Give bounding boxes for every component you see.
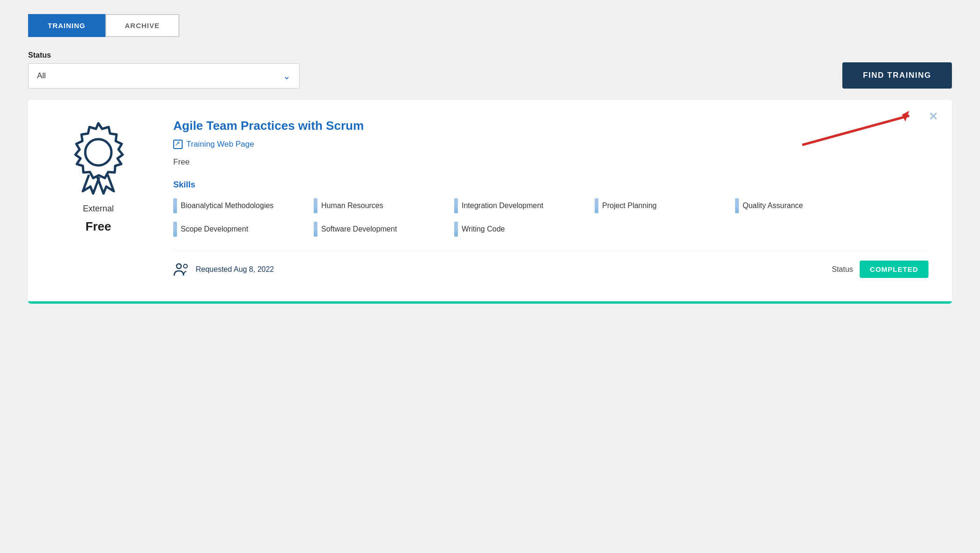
skill-item: Human Resources [314,198,454,213]
skill-item: Quality Assurance [735,198,876,213]
svg-point-3 [177,264,181,269]
skill-name: Project Planning [602,202,657,210]
skill-name: Bioanalytical Methodologies [181,202,273,210]
skill-name: Writing Code [462,225,505,233]
skill-bar-icon [454,222,458,237]
filter-label: Status [28,51,300,60]
training-link-text: Training Web Page [186,140,254,149]
status-section: Status COMPLETED [832,261,928,278]
skill-bar-icon [173,198,177,213]
external-link-icon [173,140,183,149]
card-price-label: Free [86,219,111,234]
tab-archive[interactable]: ARCHIVE [105,14,180,37]
skill-bar-icon [314,222,317,237]
status-dropdown-value: All [37,71,46,81]
card-footer: Requested Aug 8, 2022 Status COMPLETED [173,251,928,278]
skills-grid: Bioanalytical Methodologies Human Resour… [173,198,928,237]
card-inner: External Free Agile Team Practices with … [52,119,928,278]
card-right: Agile Team Practices with Scrum Training… [173,119,928,278]
skill-item: Writing Code [454,222,595,237]
training-title: Agile Team Practices with Scrum [173,119,928,133]
card-left: External Free [52,119,145,278]
skills-label: Skills [173,180,928,190]
status-label: Status [832,265,853,274]
status-badge: COMPLETED [860,261,928,278]
requested-info: Requested Aug 8, 2022 [173,262,274,276]
skill-bar-icon [454,198,458,213]
card-type-label: External [83,204,114,214]
filter-row: Status All ⌄ FIND TRAINING [28,51,952,89]
training-cost: Free [173,157,928,167]
skill-name: Software Development [321,225,397,233]
skill-name: Quality Assurance [743,202,803,210]
svg-point-4 [184,264,187,268]
status-dropdown[interactable]: All ⌄ [28,63,300,89]
requested-date: Requested Aug 8, 2022 [196,265,274,274]
skill-bar-icon [595,198,598,213]
svg-point-2 [85,139,111,165]
training-web-page-link[interactable]: Training Web Page [173,140,928,149]
chevron-down-icon: ⌄ [283,70,291,82]
skill-item: Project Planning [595,198,735,213]
skill-bar-icon [735,198,739,213]
close-button[interactable]: ✕ [928,110,938,123]
training-card: ✕ External Free Agile Team Practices wi [28,100,952,304]
people-icon [173,262,190,276]
skill-item: Software Development [314,222,454,237]
skill-item: Scope Development [173,222,314,237]
skill-item: Integration Development [454,198,595,213]
skill-name: Integration Development [462,202,543,210]
skill-name: Scope Development [181,225,248,233]
filter-left: Status All ⌄ [28,51,300,89]
skill-bar-icon [314,198,317,213]
find-training-button[interactable]: FIND TRAINING [842,62,952,89]
skill-bar-icon [173,222,177,237]
tabs-container: TRAINING ARCHIVE [28,14,206,37]
skill-name: Human Resources [321,202,383,210]
skill-item: Bioanalytical Methodologies [173,198,314,213]
award-badge-icon [59,119,138,198]
tab-training[interactable]: TRAINING [28,14,105,37]
